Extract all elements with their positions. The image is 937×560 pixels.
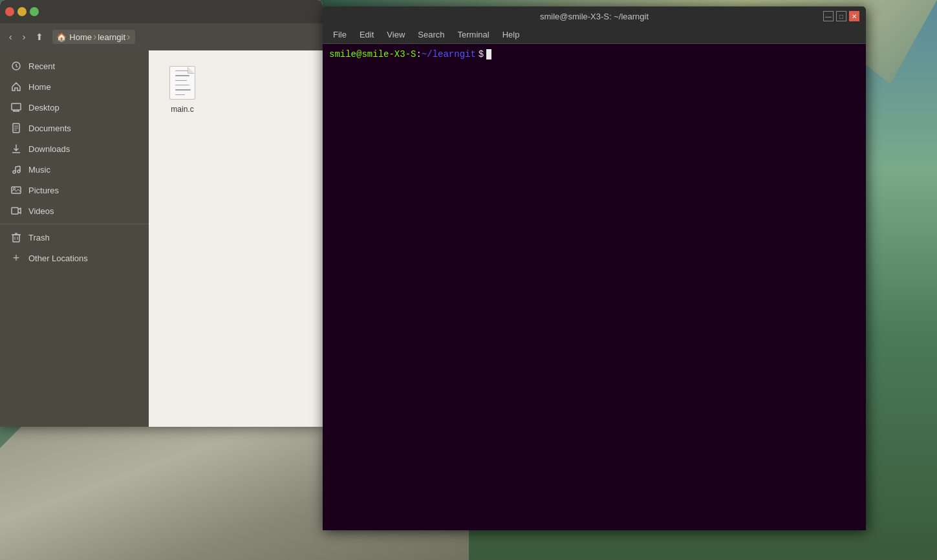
terminal-body[interactable]: smile @ smile-X3-S : ~/learngit $ [323, 44, 866, 530]
menu-edit[interactable]: Edit [354, 28, 379, 41]
up-icon: ⬆ [36, 32, 43, 42]
terminal-titlebar: smile@smile-X3-S: ~/learngit — □ ✕ [323, 6, 866, 26]
sidebar-label-desktop: Desktop [28, 103, 59, 113]
maximize-icon: □ [839, 13, 843, 20]
sidebar-label-recent: Recent [28, 61, 55, 71]
documents-icon [10, 122, 22, 134]
fm-body: Recent Home [0, 50, 323, 427]
terminal-colon: : [416, 49, 421, 59]
sidebar-item-recent[interactable]: Recent [0, 56, 149, 76]
svg-line-2 [16, 66, 17, 67]
terminal-prompt-line: smile @ smile-X3-S : ~/learngit $ [329, 49, 859, 59]
fm-titlebar [0, 0, 323, 23]
terminal-at-symbol: @ [356, 49, 361, 59]
sidebar-item-desktop[interactable]: Desktop [0, 97, 149, 118]
fm-maximize-button[interactable] [30, 7, 39, 16]
fm-content-area[interactable]: main.c [149, 50, 323, 427]
back-icon: ‹ [9, 32, 12, 42]
minimize-icon: — [825, 13, 832, 20]
terminal-cursor [486, 49, 491, 59]
sidebar-item-pictures[interactable]: Pictures [0, 180, 149, 200]
terminal-minimize-button[interactable]: — [823, 11, 834, 21]
terminal-path: ~/learngit [422, 49, 476, 59]
sidebar-item-home[interactable]: Home [0, 76, 149, 97]
fm-sidebar: Recent Home [0, 50, 149, 427]
pictures-icon [10, 184, 22, 196]
menu-help[interactable]: Help [497, 28, 525, 41]
sidebar-item-music[interactable]: Music [0, 159, 149, 180]
sidebar-item-documents[interactable]: Documents [0, 118, 149, 138]
svg-rect-20 [13, 235, 19, 242]
add-location-icon: + [10, 252, 22, 264]
breadcrumb-home-label: Home [69, 32, 92, 42]
fm-back-button[interactable]: ‹ [5, 29, 16, 45]
menu-view[interactable]: View [382, 28, 410, 41]
menu-search[interactable]: Search [413, 28, 449, 41]
sidebar-label-trash: Trash [28, 233, 50, 242]
terminal-window-controls: — □ ✕ [823, 11, 859, 21]
svg-rect-19 [12, 208, 18, 214]
desktop-icon [10, 102, 22, 113]
sidebar-divider [0, 224, 149, 224]
sidebar-item-other-locations[interactable]: + Other Locations [0, 248, 149, 268]
sidebar-label-other-locations: Other Locations [28, 253, 88, 263]
sidebar-item-videos[interactable]: Videos [0, 200, 149, 221]
terminal-maximize-button[interactable]: □ [836, 11, 846, 21]
svg-line-16 [16, 166, 20, 167]
close-icon: ✕ [852, 13, 857, 20]
svg-rect-3 [12, 103, 21, 110]
home-breadcrumb-icon: 🏠 [56, 32, 67, 42]
sidebar-label-home: Home [28, 82, 51, 92]
recent-icon [10, 60, 22, 72]
sidebar-label-pictures: Pictures [28, 186, 59, 195]
terminal-menubar: File Edit View Search Terminal Help [323, 26, 866, 44]
downloads-icon [10, 143, 22, 155]
breadcrumb-end-sep: › [127, 31, 130, 43]
file-item-main-c[interactable]: main.c [156, 58, 208, 119]
music-icon [10, 164, 22, 175]
sidebar-item-trash[interactable]: Trash [0, 227, 149, 248]
sidebar-label-videos: Videos [28, 206, 54, 216]
terminal-dollar: $ [479, 49, 484, 59]
sidebar-label-downloads: Downloads [28, 144, 70, 154]
fm-parent-button[interactable]: ⬆ [32, 29, 47, 45]
fm-forward-button[interactable]: › [19, 29, 30, 45]
file-name-main-c: main.c [171, 105, 193, 114]
sidebar-item-downloads[interactable]: Downloads [0, 138, 149, 159]
fm-window-controls [5, 7, 39, 16]
terminal-close-button[interactable]: ✕ [849, 11, 859, 21]
sidebar-label-music: Music [28, 165, 50, 175]
breadcrumb-current-label: learngit [98, 32, 125, 42]
forward-icon: › [23, 32, 26, 42]
breadcrumb-home-item[interactable]: 🏠 Home [56, 32, 92, 42]
menu-terminal[interactable]: Terminal [453, 28, 495, 41]
fm-minimize-button[interactable] [17, 7, 27, 16]
home-icon [10, 81, 22, 92]
breadcrumb-separator: › [93, 31, 96, 43]
fm-close-button[interactable] [5, 7, 14, 16]
breadcrumb: 🏠 Home › learngit › [52, 30, 135, 44]
sidebar-label-documents: Documents [28, 124, 71, 133]
trash-icon [10, 232, 22, 243]
menu-file[interactable]: File [328, 28, 352, 41]
terminal-hostname: smile-X3-S [361, 49, 416, 59]
terminal-username: smile [329, 49, 356, 59]
videos-icon [10, 205, 22, 217]
fm-header: ‹ › ⬆ 🏠 Home › learngit › [0, 23, 323, 50]
terminal-window: smile@smile-X3-S: ~/learngit — □ ✕ File … [323, 6, 866, 530]
file-icon-main-c [167, 63, 198, 102]
file-manager-window: ‹ › ⬆ 🏠 Home › learngit › [0, 0, 323, 427]
terminal-title: smile@smile-X3-S: ~/learngit [540, 12, 649, 21]
